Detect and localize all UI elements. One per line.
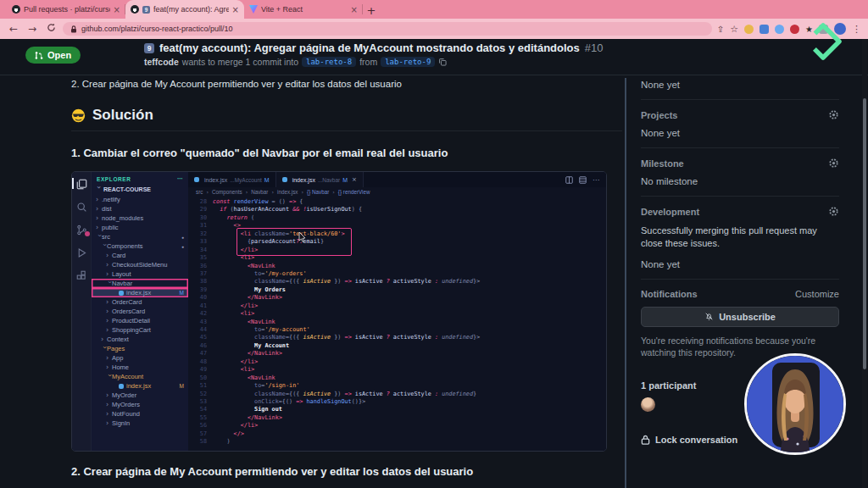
gear-icon[interactable] <box>828 206 839 217</box>
tree-folder-public: ›public <box>92 223 188 232</box>
code-token <box>213 391 254 397</box>
development-value: None yet <box>641 259 839 269</box>
share-icon[interactable]: ⇪ <box>717 25 724 34</box>
extension-icon-2[interactable] <box>760 25 769 34</box>
unsubscribe-button[interactable]: Unsubscribe <box>641 307 839 327</box>
code-text: to='/sign-in' <box>213 382 299 390</box>
forward-button[interactable]: → <box>25 23 39 35</box>
back-button[interactable]: ← <box>7 23 20 35</box>
code-text: My Account <box>213 342 289 350</box>
breadcrumb-separator: › <box>206 189 209 195</box>
chevron-icon: › <box>101 346 108 352</box>
participant-avatar[interactable] <box>641 397 655 412</box>
bell-slash-icon <box>704 312 714 321</box>
extension-link-icon[interactable] <box>775 25 784 34</box>
code-text: <li> <box>213 310 254 318</box>
copy-icon[interactable] <box>438 58 447 66</box>
chevron-icon: › <box>106 364 112 371</box>
breadcrumb-separator: › <box>246 189 248 195</box>
annotation-box-code <box>236 228 352 256</box>
chevron-icon: › <box>101 336 107 343</box>
chevron-icon: › <box>106 327 112 334</box>
code-token: ) { <box>352 206 362 213</box>
line-number: 42 <box>188 310 213 318</box>
pr-description: 2. Crear página de My Account permitiend… <box>71 75 622 478</box>
code-line: 51 to='/sign-in' <box>188 382 606 390</box>
code-text: <NavLink <box>213 374 275 382</box>
line-number: 34 <box>188 247 213 254</box>
code-token: ( <box>248 214 254 221</box>
extension-icon-3[interactable] <box>790 25 799 34</box>
github-page: Open 9 feat(my account): Agregar página … <box>0 39 868 488</box>
code-token: { <box>296 198 303 205</box>
tree-label: App <box>112 354 123 362</box>
code-token: <li> <box>241 310 254 317</box>
code-token: const <box>213 198 234 205</box>
tree-folder-dist: ›dist <box>92 204 188 214</box>
pr-merge-info: teffcode wants to merge 1 commit into la… <box>144 57 603 67</box>
code-token: }) <box>331 278 344 285</box>
development-description: Successfully merging this pull request m… <box>641 225 839 250</box>
webcam-overlay <box>744 353 846 455</box>
split-editor-icon <box>579 176 587 184</box>
gear-icon[interactable] <box>828 158 839 169</box>
base-branch-label[interactable]: lab-reto-8 <box>302 57 356 67</box>
line-number: 38 <box>188 278 213 286</box>
code-line: 45 className={({ isActive }) => isActive… <box>188 334 606 341</box>
code-text: ) <box>213 438 230 446</box>
extension-icon-1[interactable] <box>744 25 754 34</box>
new-tab-button[interactable]: + <box>363 2 380 19</box>
tab-close-icon[interactable]: × <box>114 5 120 14</box>
code-text: </li> <box>213 302 258 310</box>
code-token: undefined <box>442 278 473 285</box>
code-token: '/my-orders' <box>264 270 306 277</box>
page-scrollbar[interactable] <box>862 39 867 488</box>
code-token: isActive <box>352 391 383 397</box>
code-token <box>213 430 234 437</box>
reload-button[interactable] <box>44 23 58 35</box>
tab-close-icon: × <box>352 176 357 183</box>
code-token: }) <box>331 391 344 397</box>
tree-label: Pages <box>107 345 125 352</box>
browser-tab[interactable]: 9feat(my account): Agregar ...× <box>125 0 244 19</box>
code-token: }> <box>473 278 480 285</box>
customize-link[interactable]: Customize <box>795 289 839 299</box>
chevron-icon: › <box>96 197 102 203</box>
breadcrumb-separator: › <box>302 189 304 195</box>
code-token: isActive <box>303 334 331 341</box>
browser-tab[interactable]: Vite + React× <box>244 0 363 19</box>
code-token <box>213 382 254 389</box>
line-number: 30 <box>188 214 213 222</box>
browser-tab[interactable]: Pull requests · platzi/curso-re...× <box>7 0 125 19</box>
scrollbar-thumb[interactable] <box>863 98 866 369</box>
vscode-screenshot-image[interactable]: EXPLORER ⋯ › REACT-COURSE ›.netlify›dist… <box>71 171 607 452</box>
breadcrumb-item: {} renderView <box>338 189 370 195</box>
tab-close-icon[interactable]: × <box>351 5 358 14</box>
browser-menu-icon[interactable]: ⋮ <box>852 24 861 35</box>
line-number: 50 <box>188 374 213 382</box>
code-token: isActive <box>352 278 383 285</box>
screen: Pull requests · platzi/curso-re...×9feat… <box>0 0 868 488</box>
line-number: 28 <box>188 198 213 206</box>
code-text: to='/my-account' <box>213 326 310 334</box>
code-token <box>213 326 254 333</box>
bookmark-star-icon[interactable]: ☆ <box>730 24 738 35</box>
code-text: to='/my-orders' <box>213 270 307 278</box>
tree-label: MyOrder <box>112 391 136 399</box>
code-token: ? <box>383 278 393 285</box>
vertical-divider <box>625 78 626 488</box>
tree-folder-node-modules: ›node_modules <box>92 214 188 223</box>
pr-author[interactable]: teffcode <box>144 57 179 67</box>
code-line: 55 </NavLink> <box>188 414 606 422</box>
tab-close-icon[interactable]: × <box>232 5 239 14</box>
code-line: 44 to='/my-account' <box>188 326 606 334</box>
code-text: className={({ isActive }) => isActive ? … <box>213 278 480 286</box>
code-token: isUserSignOut <box>307 206 352 213</box>
address-bar[interactable]: github.com/platzi/curso-react-practico/p… <box>63 22 712 36</box>
tree-label: Context <box>107 336 129 343</box>
tree-label: Layout <box>112 270 131 278</box>
head-branch-label[interactable]: lab-reto-9 <box>381 57 435 67</box>
activity-bar <box>72 172 92 451</box>
gear-icon[interactable] <box>828 109 839 120</box>
tree-label: Card <box>112 252 125 259</box>
